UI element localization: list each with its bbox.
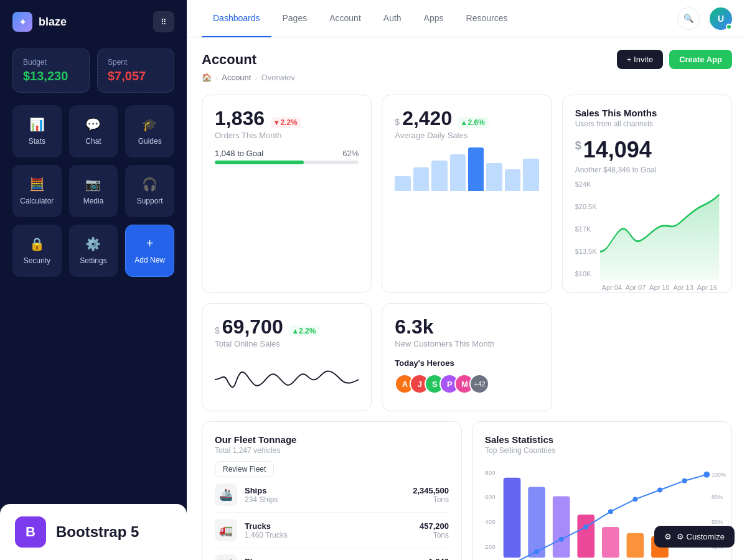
trucks-icon: 🚛 <box>215 519 237 541</box>
progress-row: 1,048 to Goal 62% <box>215 149 359 158</box>
daily-sales-chart <box>395 147 538 191</box>
menu-item-stats[interactable]: 📊 Stats <box>12 105 62 157</box>
budget-card: Budget $13,230 <box>12 49 90 93</box>
nav-dashboards[interactable]: Dashboards <box>202 0 271 37</box>
bar-6 <box>486 163 502 192</box>
planes-name: Planes <box>245 557 421 560</box>
orders-value: 1,836 <box>215 108 265 129</box>
nav-resources[interactable]: Resources <box>455 0 519 37</box>
support-label: Support <box>137 197 163 205</box>
spent-card: Spent $7,057 <box>97 49 174 93</box>
breadcrumb-current: Overwiev <box>261 73 295 82</box>
svg-rect-8 <box>602 527 619 558</box>
ships-name: Ships <box>245 486 405 495</box>
security-label: Security <box>24 256 50 265</box>
media-label: Media <box>83 197 104 205</box>
svg-text:60%: 60% <box>712 519 723 525</box>
menu-item-media[interactable]: 📷 Media <box>69 165 118 217</box>
svg-text:200: 200 <box>485 543 496 550</box>
trucks-info: Trucks 1,460 Trucks <box>245 521 412 539</box>
svg-text:100%: 100% <box>712 472 726 478</box>
online-sales-card: $ 69,700 ▴ 2.2% Total Online Sales <box>202 303 372 411</box>
menu-item-add-new[interactable]: + Add New <box>125 225 174 277</box>
settings-label: Settings <box>80 256 106 265</box>
menu-item-guides[interactable]: 🎓 Guides <box>125 105 174 157</box>
stats-row2: $ 69,700 ▴ 2.2% Total Online Sales 6.3k … <box>202 303 732 411</box>
ships-unit: Tons <box>413 495 449 504</box>
orders-badge: ▾ 2.2% <box>271 117 301 128</box>
budget-row: Budget $13,230 Spent $7,057 <box>0 44 187 105</box>
nav-auth[interactable]: Auth <box>372 0 413 37</box>
bar-2 <box>413 167 429 192</box>
stats-icon: 📊 <box>29 117 45 132</box>
stats-label: Stats <box>29 137 45 146</box>
calculator-icon: 🧮 <box>29 177 45 192</box>
customers-value: 6.3k <box>395 316 433 338</box>
media-icon: 📷 <box>85 177 101 192</box>
trucks-name: Trucks <box>245 521 412 531</box>
x-axis: Apr 04 Apr 07 Apr 10 Apr 13 Apr 16 <box>600 284 719 291</box>
guides-label: Guides <box>138 137 162 146</box>
sidebar: ✦ blaze ⠿ Budget $13,230 Spent $7,057 📊 … <box>0 0 187 560</box>
progress-label: 1,048 to Goal <box>215 149 263 158</box>
customize-button[interactable]: ⚙ ⚙ Customize <box>654 526 735 548</box>
fleet-row-planes: ✈️ Planes 8 Aircrafts 1,240 Tons <box>215 548 449 560</box>
fleet-row-ships: 🚢 Ships 234 Ships 2,345,500 Tons <box>215 477 449 513</box>
ships-icon: 🚢 <box>215 483 237 506</box>
security-icon: 🔒 <box>29 236 45 251</box>
ships-value: 2,345,500 Tons <box>413 486 449 504</box>
ships-info: Ships 234 Ships <box>245 486 405 504</box>
nav-account[interactable]: Account <box>318 0 372 37</box>
planes-amount: 1,240 <box>428 557 449 560</box>
bootstrap-text: Bootstrap 5 <box>56 523 139 541</box>
budget-label: Budget <box>23 58 79 67</box>
menu-item-chat[interactable]: 💬 Chat <box>69 105 118 157</box>
sales-month-value: $14,094 <box>575 137 719 163</box>
dollar-prefix: $ <box>395 117 400 127</box>
breadcrumb: 🏠 › Account › Overwiev <box>202 73 732 82</box>
nav-pages[interactable]: Pages <box>271 0 319 37</box>
progress-track <box>215 161 359 164</box>
menu-item-support[interactable]: 🎧 Support <box>125 165 174 217</box>
sales-month-title: Sales This Months <box>575 108 719 118</box>
invite-button[interactable]: + Invite <box>617 50 663 69</box>
review-fleet-button[interactable]: Review Fleet <box>215 461 274 477</box>
bar-8 <box>523 159 538 192</box>
nav-apps[interactable]: Apps <box>413 0 455 37</box>
breadcrumb-account[interactable]: Account <box>222 73 251 82</box>
ships-count: 234 Ships <box>245 495 405 504</box>
trucks-amount: 457,200 <box>420 521 449 531</box>
svg-point-15 <box>608 509 613 514</box>
svg-point-13 <box>559 537 564 542</box>
bar-5 <box>468 147 484 191</box>
fleet-card: Our Fleet Tonnage Total 1,247 vehicles R… <box>202 421 462 560</box>
svg-text:800: 800 <box>485 469 496 476</box>
sales-stats-subtitle: Top Selling Countries <box>485 446 719 455</box>
top-nav: Dashboards Pages Account Auth Apps Resou… <box>187 0 747 37</box>
user-avatar[interactable]: U <box>710 7 732 30</box>
sales-stats-title: Sales Statistics <box>485 434 719 445</box>
customize-icon: ⚙ <box>664 532 672 541</box>
bar-1 <box>395 176 410 192</box>
menu-item-settings[interactable]: ⚙️ Settings <box>69 225 118 277</box>
orders-card: 1,836 ▾ 2.2% Orders This Month 1,048 to … <box>202 95 372 293</box>
bar-7 <box>505 169 520 191</box>
menu-item-security[interactable]: 🔒 Security <box>12 225 62 277</box>
search-button[interactable]: 🔍 <box>677 7 700 30</box>
svg-point-12 <box>534 549 539 554</box>
menu-item-calculator[interactable]: 🧮 Calculator <box>12 165 62 217</box>
planes-icon: ✈️ <box>215 554 237 560</box>
sidebar-toggle-button[interactable]: ⠿ <box>153 11 174 32</box>
online-dot <box>726 24 732 30</box>
bar-3 <box>431 161 447 191</box>
svg-text:80%: 80% <box>712 495 723 501</box>
logo-area: ✦ blaze <box>12 12 67 32</box>
daily-sales-label: Average Daily Sales <box>395 131 538 140</box>
create-app-button[interactable]: Create App <box>669 50 732 69</box>
svg-rect-7 <box>577 515 594 558</box>
daily-sales-badge: ▴ 2.6% <box>458 117 489 128</box>
planes-info: Planes 8 Aircrafts <box>245 557 421 560</box>
home-icon[interactable]: 🏠 <box>202 73 212 82</box>
chat-label: Chat <box>85 137 101 146</box>
menu-icon: ⠿ <box>161 17 167 27</box>
